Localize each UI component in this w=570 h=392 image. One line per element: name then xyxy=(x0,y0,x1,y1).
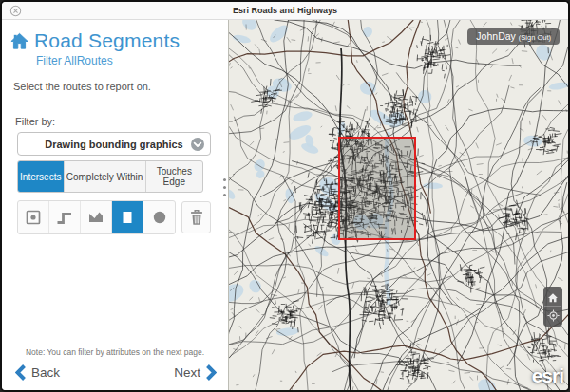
map-canvas[interactable]: JohnDay (Sign Out) esri xyxy=(228,20,568,390)
title-bar: Esri Roads and Highways xyxy=(2,2,568,20)
note-text: Note: You can filter by attributes on th… xyxy=(2,347,228,363)
draw-tools-group xyxy=(17,200,176,234)
map-navigation-widget xyxy=(543,287,562,327)
point-tool-button[interactable] xyxy=(18,201,49,233)
panel-resize-handle[interactable] xyxy=(223,178,226,196)
next-label: Next xyxy=(174,365,200,380)
esri-logo: esri xyxy=(532,364,563,387)
tab-intersects[interactable]: Intersects xyxy=(18,161,65,192)
sign-out-label: (Sign Out) xyxy=(519,33,551,42)
rectangle-icon xyxy=(118,208,137,227)
chevron-down-icon xyxy=(190,137,205,152)
polyline-icon xyxy=(55,208,74,227)
home-icon xyxy=(10,31,29,51)
trash-icon xyxy=(187,208,206,227)
clear-graphics-button[interactable] xyxy=(181,201,211,233)
chevron-left-icon xyxy=(15,364,26,381)
circle-tool-button[interactable] xyxy=(143,201,175,233)
user-signout-button[interactable]: JohnDay (Sign Out) xyxy=(467,28,560,45)
page-title: Road Segments xyxy=(34,29,180,52)
rectangle-tool-button[interactable] xyxy=(112,201,143,233)
filter-method-dropdown[interactable]: Drawing bounding graphics xyxy=(17,132,211,156)
selection-rectangle[interactable] xyxy=(338,137,416,240)
filter-by-label: Filter by: xyxy=(15,116,228,127)
tab-completely-within[interactable]: Completely Within xyxy=(65,161,146,192)
back-button[interactable]: Back xyxy=(15,364,60,381)
description-text: Select the routes to report on. xyxy=(13,81,228,92)
locate-button[interactable] xyxy=(544,307,561,324)
wizard-footer: Back Next xyxy=(2,363,228,390)
filter-panel: Road Segments Filter AllRoutes Select th… xyxy=(2,20,228,390)
user-name: JohnDay xyxy=(476,30,515,42)
app-window: Esri Roads and Highways Road Segments Fi… xyxy=(0,0,570,392)
spatial-relation-tabs: Intersects Completely Within Touches Edg… xyxy=(17,160,203,193)
point-icon xyxy=(24,208,43,227)
chevron-right-icon xyxy=(206,364,217,381)
next-button[interactable]: Next xyxy=(174,364,217,381)
window-title: Esri Roads and Highways xyxy=(2,2,568,20)
circle-icon xyxy=(150,208,169,227)
divider xyxy=(42,103,187,103)
polygon-icon xyxy=(86,208,105,227)
locate-icon xyxy=(547,309,560,322)
polygon-tool-button[interactable] xyxy=(81,201,112,233)
dropdown-value: Drawing bounding graphics xyxy=(45,139,182,150)
page-subtitle: Filter AllRoutes xyxy=(36,54,228,67)
draw-tools-row xyxy=(17,200,228,234)
panel-header: Road Segments xyxy=(10,29,220,52)
home-extent-icon xyxy=(547,292,559,304)
home-extent-button[interactable] xyxy=(544,289,561,307)
tab-touches-edge[interactable]: Touches Edge xyxy=(146,161,202,192)
polyline-tool-button[interactable] xyxy=(49,201,81,233)
back-label: Back xyxy=(31,365,60,380)
